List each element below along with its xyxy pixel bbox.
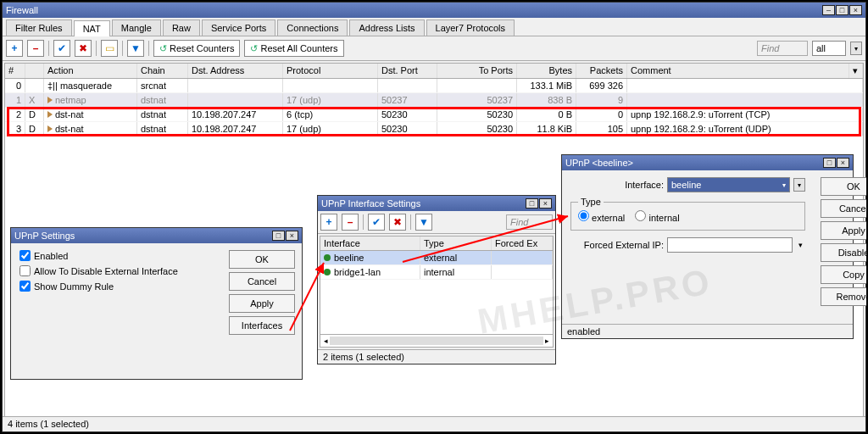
find-input[interactable]: Find	[506, 214, 553, 230]
iface-status: 2 items (1 selected)	[318, 349, 555, 364]
cancel-button[interactable]: Cancel	[821, 199, 868, 218]
maximize-icon[interactable]: □	[526, 198, 538, 209]
type-external-radio[interactable]: external	[578, 213, 625, 223]
firewall-titlebar: Firewall – □ ×	[3, 3, 865, 18]
chevron-down-icon[interactable]: ▾	[850, 42, 862, 55]
close-icon[interactable]: ×	[539, 198, 552, 209]
iface-row-bridge[interactable]: bridge1-lan internal	[320, 265, 553, 280]
play-icon	[47, 111, 53, 118]
minimize-icon[interactable]: –	[822, 5, 835, 15]
scroll-left-icon[interactable]: ◂	[324, 337, 328, 345]
disable-button[interactable]: Disable	[821, 243, 868, 262]
tab-filter-rules[interactable]: Filter Rules	[6, 19, 72, 36]
find-input[interactable]: Find	[757, 41, 808, 56]
tab-connections[interactable]: Connections	[277, 19, 348, 36]
close-icon[interactable]: ×	[849, 5, 862, 15]
reset-icon: ↺	[250, 43, 258, 54]
iface-grid: Interface Type Forced Ex beeline externa…	[320, 236, 554, 348]
show-dummy-checkbox[interactable]	[19, 281, 31, 292]
forced-ip-input[interactable]	[667, 237, 793, 253]
nat-grid-header: # Action Chain Dst. Address Protocol Dst…	[5, 64, 863, 79]
type-group: Type external internal	[570, 197, 805, 231]
remove-button[interactable]: –	[27, 40, 44, 57]
interface-dropdown[interactable]: beeline▾	[667, 177, 790, 192]
enable-button[interactable]: ✔	[368, 214, 385, 231]
maximize-icon[interactable]: □	[836, 5, 849, 15]
tab-address-lists[interactable]: Address Lists	[349, 19, 424, 36]
tab-service-ports[interactable]: Service Ports	[202, 19, 275, 36]
close-icon[interactable]: ×	[837, 158, 849, 168]
type-internal-radio[interactable]: internal	[635, 213, 679, 223]
tab-raw[interactable]: Raw	[163, 19, 200, 36]
upnp-settings-titlebar: UPnP Settings □ ×	[11, 228, 302, 243]
play-icon	[47, 97, 53, 103]
enable-button[interactable]: ✔	[53, 40, 70, 57]
status-dot-icon	[324, 269, 331, 275]
enabled-checkbox[interactable]	[19, 250, 31, 261]
firewall-title: Firewall	[6, 5, 38, 15]
firewall-toolbar: + – ✔ ✖ ▭ ▼ ↺Reset Counters ↺Reset All C…	[3, 36, 865, 61]
allow-disable-checkbox[interactable]	[19, 265, 31, 276]
disable-button[interactable]: ✖	[75, 40, 92, 57]
nat-row[interactable]: 3Ddst-natdstnat10.198.207.24717 (udp)502…	[5, 122, 863, 136]
maximize-icon[interactable]: □	[823, 158, 836, 168]
ok-button[interactable]: OK	[229, 250, 295, 269]
apply-button[interactable]: Apply	[229, 294, 295, 313]
chevron-down-icon[interactable]: ▾	[849, 64, 863, 78]
chevron-down-icon[interactable]: ▾	[796, 241, 805, 249]
cancel-button[interactable]: Cancel	[229, 272, 295, 291]
upnp-settings-window: UPnP Settings □ × Enabled Allow To Disab…	[10, 227, 303, 380]
disable-button[interactable]: ✖	[389, 214, 406, 231]
apply-button[interactable]: Apply	[821, 221, 868, 240]
upnp-iface-toolbar: + – ✔ ✖ ▼ Find	[318, 211, 555, 234]
add-button[interactable]: +	[6, 40, 23, 57]
add-button[interactable]: +	[320, 214, 337, 231]
filter-all-dropdown[interactable]: all	[812, 41, 846, 56]
comment-button[interactable]: ▭	[101, 40, 118, 57]
reset-icon: ↺	[159, 43, 167, 54]
upnp-detail-window: UPnP <beeline> □ × Interface: beeline▾ ▾…	[561, 154, 854, 339]
nat-row[interactable]: 2Ddst-natdstnat10.198.207.2476 (tcp)5023…	[5, 108, 863, 122]
maximize-icon[interactable]: □	[272, 231, 285, 241]
tab-mangle[interactable]: Mangle	[112, 19, 161, 36]
ok-button[interactable]: OK	[821, 177, 868, 196]
remove-button[interactable]: Remove	[821, 287, 868, 306]
copy-button[interactable]: Copy	[821, 265, 868, 284]
filter-icon[interactable]: ▼	[415, 214, 432, 231]
chevron-down-icon[interactable]: ▾	[793, 178, 805, 192]
firewall-tabs: Filter Rules NAT Mangle Raw Service Port…	[3, 18, 865, 36]
status-dot-icon	[324, 254, 331, 261]
tab-layer7[interactable]: Layer7 Protocols	[426, 19, 515, 36]
nat-row[interactable]: 0‡|| masqueradesrcnat133.1 MiB699 326	[5, 79, 863, 93]
upnp-detail-titlebar: UPnP <beeline> □ ×	[562, 155, 853, 170]
upnp-detail-status: enabled	[562, 324, 853, 338]
upnp-iface-window: UPnP Interface Settings □ × + – ✔ ✖ ▼ Fi…	[317, 195, 556, 364]
remove-button[interactable]: –	[342, 214, 359, 231]
close-icon[interactable]: ×	[286, 231, 298, 241]
filter-icon[interactable]: ▼	[127, 40, 144, 57]
scroll-right-icon[interactable]: ▸	[545, 337, 549, 345]
reset-counters-button[interactable]: ↺Reset Counters	[153, 40, 240, 57]
iface-row-beeline[interactable]: beeline external	[320, 251, 553, 265]
reset-all-counters-button[interactable]: ↺Reset All Counters	[244, 40, 343, 57]
nat-row[interactable]: 1Xnetmapdstnat17 (udp)5023750237838 B9	[5, 93, 863, 108]
play-icon	[47, 125, 53, 132]
upnp-iface-titlebar: UPnP Interface Settings □ ×	[318, 196, 555, 211]
interfaces-button[interactable]: Interfaces	[229, 316, 295, 335]
firewall-status: 4 items (1 selected)	[3, 416, 865, 431]
tab-nat[interactable]: NAT	[74, 20, 110, 36]
